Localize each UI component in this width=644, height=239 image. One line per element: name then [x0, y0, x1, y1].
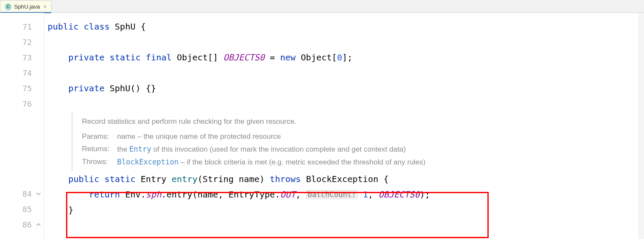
line-number[interactable]: 71: [0, 19, 44, 34]
code-line-75[interactable]: private SphU() {}: [44, 81, 644, 96]
doc-description: Record statistics and perform rule check…: [82, 116, 644, 128]
code-line-85[interactable]: return Env.sph.entry(name, EntryType.OUT…: [44, 187, 644, 202]
line-number[interactable]: 74: [0, 65, 44, 81]
line-number[interactable]: 84: [0, 186, 44, 201]
tab-bar: C SphU.java ×: [0, 0, 644, 13]
code-line-74[interactable]: [44, 65, 644, 81]
javadoc-block: Record statistics and perform rule check…: [72, 111, 644, 171]
doc-returns-label: Returns:: [82, 143, 117, 156]
line-number[interactable]: 73: [0, 50, 44, 65]
fold-down-icon[interactable]: [35, 191, 41, 197]
code-line-84[interactable]: public static Entry entry(String name) t…: [44, 171, 644, 187]
code-line-76[interactable]: [44, 96, 644, 111]
vertical-scrollbar[interactable]: [638, 13, 644, 239]
parameter-hint: batchCount:: [306, 190, 358, 199]
line-number[interactable]: 85: [0, 201, 44, 217]
gutter: 71 72 73 74 75 76 84 85 86: [0, 13, 44, 239]
file-tab[interactable]: C SphU.java ×: [0, 0, 51, 12]
doc-throws-text: BlockException – if the block criteria i…: [117, 156, 426, 169]
tab-filename: SphU.java: [14, 3, 40, 10]
line-number[interactable]: 75: [0, 81, 44, 96]
fold-up-icon[interactable]: [35, 221, 41, 227]
code-line-72[interactable]: [44, 34, 644, 50]
code-line-71[interactable]: public class SphU {: [44, 19, 644, 34]
doc-params-text: name – the unique name of the protected …: [117, 131, 281, 143]
close-tab-icon[interactable]: ×: [42, 3, 48, 10]
line-number[interactable]: 86: [0, 217, 44, 232]
line-number[interactable]: 72: [0, 34, 44, 50]
doc-throws-label: Throws:: [82, 156, 117, 169]
code-line-73[interactable]: private static final Object[] OBJECTS0 =…: [44, 50, 644, 65]
doc-returns-text: the Entry of this invocation (used for m…: [117, 143, 406, 156]
line-number[interactable]: 76: [0, 96, 44, 111]
doc-params-label: Params:: [82, 131, 117, 143]
java-class-icon: C: [5, 3, 12, 10]
code-line-86[interactable]: }: [44, 202, 644, 218]
code-area[interactable]: public class SphU { private static final…: [44, 13, 644, 239]
editor-area: 71 72 73 74 75 76 84 85 86 public class …: [0, 13, 644, 239]
